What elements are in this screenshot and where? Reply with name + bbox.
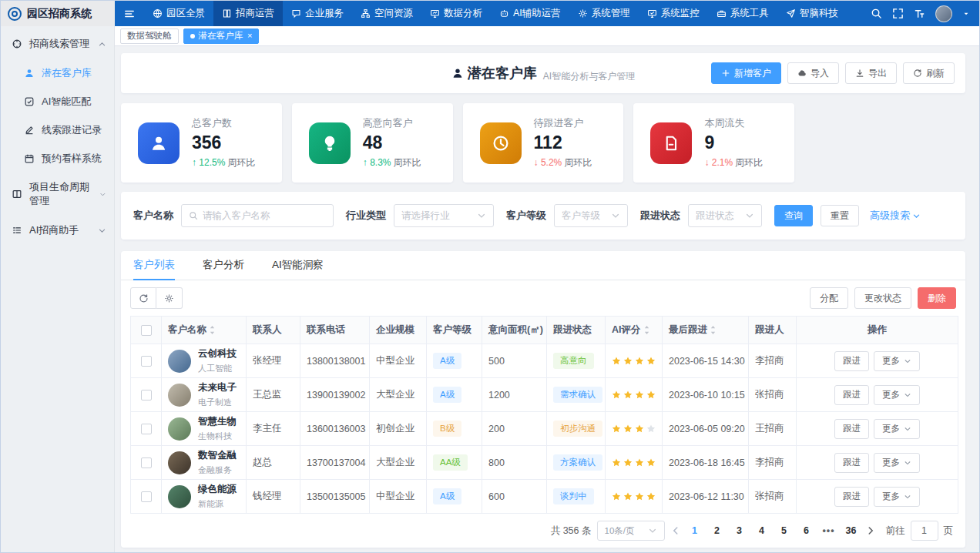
customer-name-label: 客户名称 bbox=[133, 209, 173, 223]
user-avatar[interactable] bbox=[935, 5, 952, 22]
row-checkbox[interactable] bbox=[141, 491, 152, 502]
menu-item-system-monitor[interactable]: 系统监控 bbox=[639, 1, 708, 26]
view-tag-dashboard[interactable]: 数据驾驶舱 bbox=[120, 28, 179, 44]
sidebar-group-project-lifecycle[interactable]: 项目生命周期管理 bbox=[1, 173, 114, 216]
status-select[interactable]: 跟进状态 bbox=[688, 204, 762, 227]
row-checkbox[interactable] bbox=[141, 457, 152, 468]
next-page-icon[interactable] bbox=[865, 525, 876, 536]
follow-up-button[interactable]: 跟进 bbox=[834, 453, 869, 473]
calendar-icon bbox=[24, 153, 35, 164]
star-icon bbox=[635, 491, 644, 501]
menu-item-enterprise-service[interactable]: 企业服务 bbox=[283, 1, 352, 26]
sort-icon[interactable] bbox=[710, 325, 717, 335]
star-icon bbox=[612, 424, 621, 434]
reset-button[interactable]: 重置 bbox=[821, 205, 859, 226]
more-button[interactable]: 更多 bbox=[874, 487, 920, 507]
refresh-table-button[interactable] bbox=[130, 287, 156, 309]
assistant-icon bbox=[12, 225, 22, 236]
sidebar-item-ai-match[interactable]: AI智能匹配 bbox=[1, 87, 114, 116]
ai-rating bbox=[612, 390, 656, 400]
font-size-icon[interactable] bbox=[914, 8, 925, 19]
follow-up-button[interactable]: 跟进 bbox=[834, 385, 869, 405]
sort-icon[interactable] bbox=[643, 325, 650, 335]
add-customer-button[interactable]: 新增客户 bbox=[711, 62, 781, 84]
sort-icon[interactable] bbox=[209, 325, 216, 335]
tab-customer-list[interactable]: 客户列表 bbox=[133, 251, 175, 280]
sidebar-item-followup-records[interactable]: 线索跟进记录 bbox=[1, 116, 114, 144]
status-badge: 需求确认 bbox=[553, 387, 602, 402]
row-checkbox[interactable] bbox=[141, 356, 152, 367]
tab-ai-insight[interactable]: AI智能洞察 bbox=[272, 251, 324, 280]
advanced-search-link[interactable]: 高级搜索 bbox=[870, 209, 921, 223]
cloud-upload-icon bbox=[797, 69, 807, 78]
select-all-checkbox[interactable] bbox=[141, 325, 152, 336]
status-badge: 初步沟通 bbox=[553, 421, 602, 436]
page-number[interactable]: 3 bbox=[731, 521, 748, 541]
page-number[interactable]: 6 bbox=[798, 521, 815, 541]
tab-customer-analysis[interactable]: 客户分析 bbox=[203, 251, 244, 280]
stat-card-empty-slot bbox=[804, 103, 965, 183]
search-icon[interactable] bbox=[871, 8, 882, 19]
table-row: 智慧生物生物科技 李主任 13600136003 初创企业 B级 200 初步沟… bbox=[131, 412, 958, 446]
page-number[interactable]: 4 bbox=[753, 521, 770, 541]
sidebar-item-customer-pool[interactable]: 潜在客户库 bbox=[1, 59, 114, 87]
customer-name: 数智金融 bbox=[198, 449, 237, 462]
row-checkbox[interactable] bbox=[141, 390, 152, 401]
more-button[interactable]: 更多 bbox=[874, 419, 920, 439]
fullscreen-icon[interactable] bbox=[892, 8, 904, 19]
hamburger-icon[interactable] bbox=[115, 1, 144, 26]
customer-name-input[interactable] bbox=[181, 204, 334, 227]
industry-select[interactable]: 请选择行业 bbox=[394, 204, 494, 227]
menu-item-investment-ops[interactable]: 招商运营 bbox=[213, 1, 283, 26]
customer-avatar bbox=[168, 417, 191, 441]
assign-button[interactable]: 分配 bbox=[810, 287, 848, 309]
follow-up-button[interactable]: 跟进 bbox=[834, 351, 869, 371]
menu-item-ai-ops[interactable]: AI辅助运营 bbox=[491, 1, 569, 26]
menu-item-space-resource[interactable]: 空间资源 bbox=[352, 1, 421, 26]
page-number[interactable]: 36 bbox=[843, 521, 860, 541]
prev-page-icon[interactable] bbox=[670, 525, 681, 536]
sitemap-icon bbox=[361, 8, 371, 18]
menu-item-system-admin[interactable]: 系统管理 bbox=[569, 1, 639, 26]
menu-item-data-analysis[interactable]: 数据分析 bbox=[421, 1, 491, 26]
more-button[interactable]: 更多 bbox=[874, 385, 920, 405]
column-settings-button[interactable] bbox=[156, 287, 183, 309]
customer-table-card: 客户列表 客户分析 AI智能洞察 bbox=[121, 251, 965, 548]
gear-icon bbox=[578, 8, 588, 18]
follow-up-button[interactable]: 跟进 bbox=[834, 419, 869, 439]
export-button[interactable]: 导出 bbox=[845, 62, 897, 84]
page-number[interactable]: 5 bbox=[776, 521, 793, 541]
more-button[interactable]: 更多 bbox=[874, 453, 920, 473]
follow-up-button[interactable]: 跟进 bbox=[834, 487, 869, 507]
page-ellipsis[interactable]: ••• bbox=[821, 521, 837, 541]
page-size-select[interactable]: 10条/页 bbox=[597, 521, 665, 541]
goto-page-input[interactable] bbox=[911, 521, 938, 541]
more-button[interactable]: 更多 bbox=[874, 351, 920, 371]
gear-icon bbox=[164, 293, 174, 303]
customer-avatar bbox=[168, 350, 191, 373]
star-icon bbox=[623, 457, 633, 468]
row-checkbox[interactable] bbox=[141, 424, 152, 434]
page-subtitle: AI智能分析与客户管理 bbox=[543, 70, 635, 83]
sidebar-group-ai-assistant[interactable]: AI招商助手 bbox=[1, 216, 114, 245]
star-icon bbox=[646, 356, 656, 366]
menu-item-system-tools[interactable]: 系统工具 bbox=[708, 1, 777, 26]
page-number[interactable]: 2 bbox=[709, 521, 726, 541]
view-tag-customer-pool[interactable]: 潜在客户库 × bbox=[183, 28, 260, 44]
caret-down-icon[interactable] bbox=[962, 10, 970, 18]
refresh-button[interactable]: 刷新 bbox=[903, 62, 955, 84]
change-status-button[interactable]: 更改状态 bbox=[854, 287, 911, 309]
chevron-down-icon bbox=[98, 226, 106, 235]
level-select[interactable]: 客户等级 bbox=[554, 204, 628, 227]
page-number[interactable]: 1 bbox=[686, 521, 703, 541]
import-button[interactable]: 导入 bbox=[787, 62, 839, 84]
sidebar-group-leads[interactable]: 招商线索管理 bbox=[1, 29, 114, 59]
logo-icon bbox=[8, 7, 22, 21]
chevron-up-icon bbox=[98, 40, 106, 49]
search-button[interactable]: 查询 bbox=[774, 205, 813, 226]
delete-button[interactable]: 删除 bbox=[918, 287, 956, 309]
close-icon[interactable]: × bbox=[247, 32, 252, 40]
sidebar-item-viewing-system[interactable]: 预约看样系统 bbox=[1, 144, 114, 173]
menu-item-ai-brain[interactable]: 智脑科技 bbox=[777, 1, 847, 26]
menu-item-park-overview[interactable]: 园区全景 bbox=[144, 1, 213, 26]
